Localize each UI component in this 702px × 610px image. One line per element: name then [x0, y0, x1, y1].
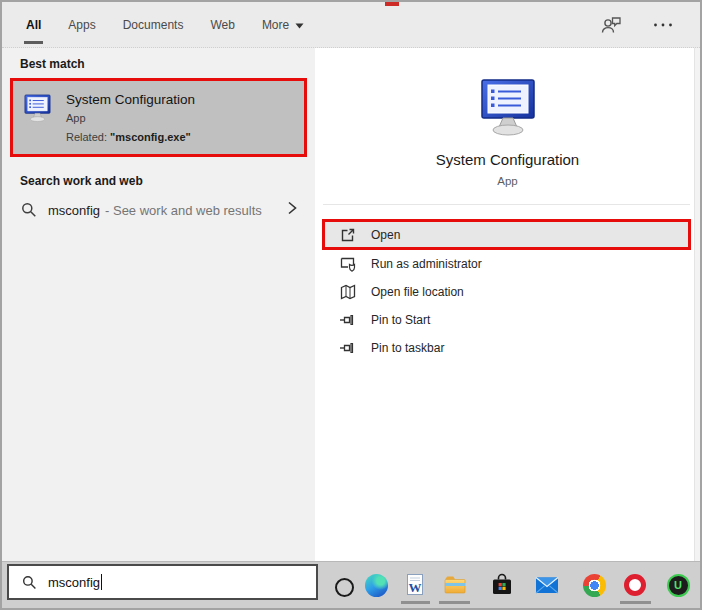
search-input-value: msconfig: [48, 575, 100, 590]
best-match-text: System Configuration App Related: "mscon…: [66, 92, 195, 143]
detail-app-title: System Configuration: [315, 151, 700, 168]
pin-icon: [339, 339, 357, 357]
svg-text:W: W: [409, 580, 422, 595]
taskbar-search-input[interactable]: msconfig: [7, 564, 318, 600]
scrollbar-track[interactable]: [694, 48, 700, 561]
run-as-admin-icon: [339, 255, 357, 273]
search-flyout-window: All Apps Documents Web More: [0, 0, 702, 610]
action-pin-to-start[interactable]: Pin to Start: [322, 306, 691, 334]
detail-app-type: App: [315, 175, 700, 187]
tab-more[interactable]: More: [262, 2, 304, 47]
text-cursor: [101, 574, 102, 590]
tab-web[interactable]: Web: [210, 2, 234, 47]
chevron-down-icon: [295, 18, 304, 32]
suggestion-hint: - See work and web results: [105, 203, 262, 218]
open-icon: [339, 226, 357, 244]
action-open[interactable]: Open: [322, 219, 691, 250]
suggestion-query: msconfig: [48, 203, 100, 218]
best-match-related: Related: "msconfig.exe": [66, 131, 195, 143]
divider: [323, 204, 690, 205]
system-configuration-icon: [22, 94, 53, 123]
taskbar: msconfig W: [2, 561, 700, 608]
search-suggestion-row[interactable]: msconfig - See work and web results: [2, 190, 315, 230]
opera-icon[interactable]: [623, 573, 647, 597]
tabbar-right-icons: [600, 15, 674, 35]
best-match-header: Best match: [20, 57, 315, 71]
store-icon[interactable]: [490, 573, 514, 597]
word-icon[interactable]: W: [403, 573, 427, 597]
cortana-icon[interactable]: [332, 575, 356, 599]
pin-icon: [339, 311, 357, 329]
results-left-panel: Best match Syst: [2, 48, 315, 561]
action-run-as-administrator[interactable]: Run as administrator: [322, 250, 691, 278]
running-indicator-word: [401, 601, 430, 604]
file-location-icon: [339, 283, 357, 301]
edge-icon[interactable]: [364, 573, 388, 597]
search-results-area: Best match Syst: [2, 48, 700, 561]
tab-documents[interactable]: Documents: [123, 2, 184, 47]
chevron-right-icon[interactable]: [285, 200, 299, 220]
running-indicator-file-explorer: [439, 601, 470, 604]
tab-apps[interactable]: Apps: [68, 2, 95, 47]
mail-icon[interactable]: [535, 573, 559, 597]
running-indicator-opera: [620, 601, 651, 604]
chrome-icon[interactable]: [582, 573, 606, 597]
tab-all[interactable]: All: [26, 2, 41, 47]
search-web-header: Search work and web: [20, 174, 315, 188]
best-match-type: App: [66, 112, 195, 124]
action-open-file-location[interactable]: Open file location: [322, 278, 691, 306]
best-match-result[interactable]: System Configuration App Related: "mscon…: [10, 78, 307, 157]
u-app-icon[interactable]: U: [666, 573, 690, 597]
search-icon: [22, 575, 37, 590]
search-icon: [21, 202, 37, 218]
best-match-title: System Configuration: [66, 92, 195, 107]
file-explorer-icon[interactable]: [443, 573, 467, 597]
action-pin-to-taskbar[interactable]: Pin to taskbar: [322, 334, 691, 362]
action-list: Open Run as administrator: [315, 219, 700, 362]
screen-artifact: [385, 2, 399, 6]
feedback-icon[interactable]: [600, 15, 622, 35]
search-filter-tabbar: All Apps Documents Web More: [2, 2, 700, 48]
result-detail-panel: System Configuration App Open: [315, 48, 700, 561]
ellipsis-icon[interactable]: [652, 15, 674, 35]
system-configuration-icon-large: [476, 78, 540, 138]
